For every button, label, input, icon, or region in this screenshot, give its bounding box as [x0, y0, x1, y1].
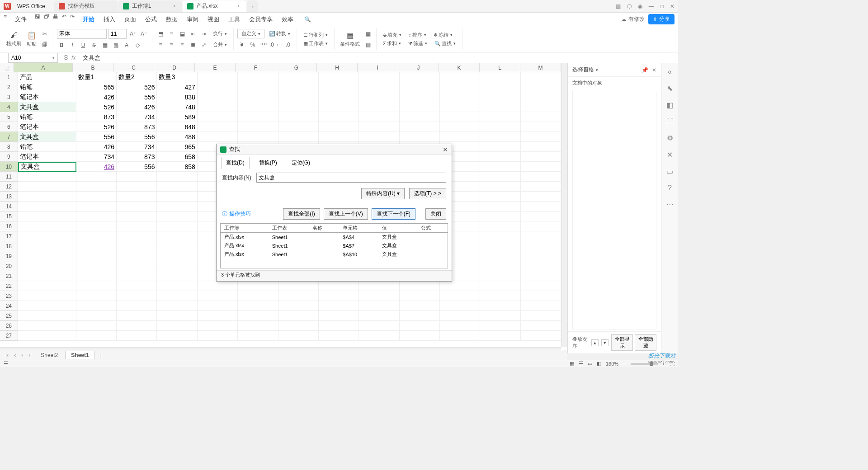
doc-tab-workbook1[interactable]: 工作簿1 • [118, 0, 182, 12]
zoom-out-icon[interactable]: − [623, 361, 626, 367]
options-button[interactable]: 选项(T) > > [409, 188, 446, 199]
window-close-button[interactable]: ✕ [670, 3, 675, 9]
row-header[interactable]: 16 [0, 221, 18, 231]
cell-M11[interactable] [521, 172, 561, 182]
cell-H6[interactable] [319, 122, 359, 132]
move-down-icon[interactable]: ▾ [601, 339, 609, 346]
cell-J22[interactable] [400, 281, 440, 291]
row-header[interactable]: 9 [0, 152, 18, 162]
add-tab-button[interactable]: + [247, 0, 258, 12]
cell-I26[interactable] [359, 321, 399, 331]
cell-M14[interactable] [521, 202, 561, 212]
align-center-icon[interactable]: ≡ [167, 40, 176, 49]
cell-A16[interactable] [18, 221, 76, 231]
cut-icon[interactable]: ✂ [40, 29, 49, 38]
cell-E24[interactable] [198, 301, 238, 311]
cell-C12[interactable] [117, 182, 157, 192]
cell-J3[interactable] [400, 92, 440, 102]
find-button[interactable]: 🔍 查找 [432, 40, 458, 47]
cell-J26[interactable] [400, 321, 440, 331]
row-header[interactable]: 21 [0, 271, 18, 281]
cell-K22[interactable] [440, 281, 480, 291]
col-name[interactable]: 名称 [309, 224, 339, 233]
row-header[interactable]: 24 [0, 301, 18, 311]
cell-D6[interactable]: 848 [157, 122, 197, 132]
collapse-icon[interactable]: « [668, 68, 672, 76]
cell-J2[interactable] [400, 82, 440, 92]
justify-icon[interactable]: ≣ [189, 40, 198, 49]
cell-C25[interactable] [117, 311, 157, 321]
cell-A12[interactable] [18, 182, 76, 192]
cell-K7[interactable] [440, 132, 480, 142]
cell-D16[interactable] [157, 221, 197, 231]
prev-sheet-icon[interactable]: ‹ [12, 352, 18, 358]
row-header[interactable]: 1 [0, 72, 18, 82]
column-header-H[interactable]: H [317, 63, 358, 72]
orientation-icon[interactable]: ⤢ [199, 40, 208, 49]
cell-C10[interactable]: 556 [117, 162, 157, 172]
cell-C5[interactable]: 734 [117, 112, 157, 122]
row-header[interactable]: 25 [0, 311, 18, 321]
paste-button[interactable]: 📋粘贴 [25, 31, 38, 47]
cell-B25[interactable] [76, 311, 117, 321]
cell-L8[interactable] [480, 142, 520, 152]
cell-B5[interactable]: 873 [76, 112, 117, 122]
decimal-inc-icon[interactable]: .0→ [270, 40, 279, 49]
font-color-icon[interactable]: A [122, 41, 131, 50]
fill-button[interactable]: ⬙ 填充 [380, 32, 404, 38]
doc-tab-template[interactable]: 找稻壳模板 [54, 0, 118, 12]
table-style-icon[interactable]: ▦ [363, 29, 373, 38]
more-icon[interactable]: ⋯ [666, 200, 674, 209]
menu-efficiency[interactable]: 效率 [277, 14, 298, 25]
row-header[interactable]: 10 [0, 162, 18, 172]
cell-L2[interactable] [480, 82, 520, 92]
col-workbook[interactable]: 工作簿 [221, 224, 269, 233]
cell-C14[interactable] [117, 202, 157, 212]
find-result-row[interactable]: 产品.xlsxSheet1$A$4文具盒 [221, 233, 448, 242]
cell-D5[interactable]: 589 [157, 112, 197, 122]
column-header-B[interactable]: B [73, 63, 113, 72]
cell-D19[interactable] [157, 251, 197, 261]
cell-style-icon[interactable]: ▧ [111, 41, 120, 50]
col-cell[interactable]: 单元格 [339, 224, 378, 233]
column-header-L[interactable]: L [480, 63, 520, 72]
cell-M5[interactable] [521, 112, 561, 122]
cell-B9[interactable]: 734 [76, 152, 117, 162]
cell-C24[interactable] [117, 301, 157, 311]
cell-C15[interactable] [117, 212, 157, 221]
cell-F23[interactable] [238, 291, 278, 301]
cell-M15[interactable] [521, 212, 561, 221]
column-header-C[interactable]: C [113, 63, 154, 72]
help-icon[interactable]: ? [668, 184, 672, 192]
cell-F24[interactable] [238, 301, 278, 311]
cell-K24[interactable] [440, 301, 480, 311]
column-header-J[interactable]: J [398, 63, 439, 72]
cell-M4[interactable] [521, 102, 561, 112]
freeze-button[interactable]: ❄ 冻结 [431, 32, 455, 38]
cell-J7[interactable] [400, 132, 440, 142]
cell-B13[interactable] [76, 192, 117, 202]
cell-E22[interactable] [198, 281, 238, 291]
cell-E1[interactable] [198, 72, 238, 82]
cell-J24[interactable] [400, 301, 440, 311]
find-next-button[interactable]: 查找下一个(F) [372, 208, 415, 220]
file-menu[interactable]: 文件 [10, 14, 31, 25]
cell-F27[interactable] [238, 331, 278, 341]
cell-I1[interactable] [359, 72, 399, 82]
row-header[interactable]: 13 [0, 192, 18, 202]
cell-H27[interactable] [319, 331, 359, 341]
cell-A14[interactable] [18, 202, 76, 212]
row-header[interactable]: 27 [0, 331, 18, 341]
cell-B20[interactable] [76, 261, 117, 271]
rowcol-button[interactable]: ☰ 行和列 [301, 32, 330, 38]
column-header-G[interactable]: G [276, 63, 317, 72]
column-header-M[interactable]: M [520, 63, 561, 72]
align-bottom-icon[interactable]: ⬓ [178, 29, 187, 38]
merge-button[interactable]: 合并 [210, 41, 230, 48]
view-read-icon[interactable]: ◧ [597, 361, 601, 367]
hide-all-button[interactable]: 全部隐藏 [635, 334, 656, 351]
cell-G1[interactable] [278, 72, 319, 82]
cell-A20[interactable] [18, 261, 76, 271]
first-sheet-icon[interactable]: |‹ [4, 352, 10, 358]
cell-styles-icon[interactable]: ▨ [363, 40, 373, 49]
